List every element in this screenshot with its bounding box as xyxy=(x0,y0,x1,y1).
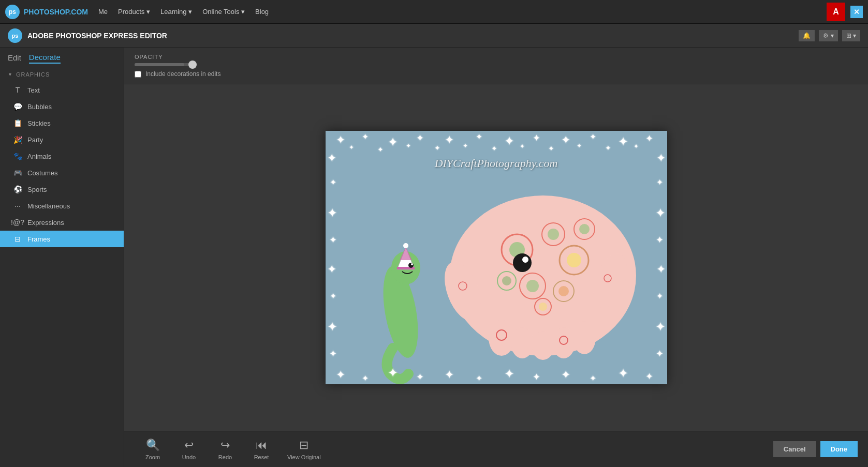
svg-point-11 xyxy=(558,286,569,296)
editor-header: ps ADOBE PHOTOSHOP EXPRESS EDITOR 🔔 ⚙ ▾ … xyxy=(0,24,868,48)
nav-items-list: Me Products ▾ Learning ▾ Online Tools ▾ … xyxy=(98,8,827,16)
notification-button[interactable]: 🔔 xyxy=(799,30,815,41)
svg-point-15 xyxy=(579,224,590,234)
bottom-toolbar: 🔍 Zoom ↩ Undo ↪ Redo ⏮ Reset ⊟ View O xyxy=(124,431,868,467)
sidebar-item-sports[interactable]: ⚽ Sports xyxy=(0,181,124,198)
opacity-slider-container xyxy=(135,63,858,66)
nav-learning[interactable]: Learning ▾ xyxy=(160,8,192,16)
svg-point-18 xyxy=(489,320,514,356)
sidebar-item-animals[interactable]: 🐾 Animals xyxy=(0,148,124,164)
animals-icon: 🐾 xyxy=(13,152,22,161)
sidebar: Edit Decorate ▼ GRAPHICS T Text 💬 Bubble… xyxy=(0,48,124,467)
redo-tool[interactable]: ↪ Redo xyxy=(207,436,243,463)
sidebar-item-bubbles[interactable]: 💬 Bubbles xyxy=(0,98,124,115)
adobe-logo-icon: A xyxy=(827,3,845,21)
reset-tool[interactable]: ⏮ Reset xyxy=(243,436,279,463)
sidebar-item-text[interactable]: T Text xyxy=(0,82,124,98)
settings-button[interactable]: ⚙ ▾ xyxy=(819,30,837,41)
svg-point-7 xyxy=(567,253,581,267)
svg-point-22 xyxy=(573,321,596,354)
view-original-icon: ⊟ xyxy=(299,439,308,452)
editor-title: ADOBE PHOTOSHOP EXPRESS EDITOR xyxy=(27,32,799,40)
svg-point-38 xyxy=(411,263,413,265)
sidebar-item-miscellaneous[interactable]: ··· Miscellaneous xyxy=(0,198,124,214)
misc-icon: ··· xyxy=(13,201,22,210)
section-arrow-icon: ▼ xyxy=(8,72,13,77)
main-area: OPACITY Include decorations in edits xyxy=(124,48,868,467)
include-decorations-row: Include decorations in edits xyxy=(135,70,858,78)
done-button[interactable]: Done xyxy=(820,441,858,457)
controls-bar: OPACITY Include decorations in edits xyxy=(124,48,868,84)
include-decorations-label: Include decorations in edits xyxy=(145,70,220,78)
editor-header-tools: 🔔 ⚙ ▾ ⊞ ▾ xyxy=(799,30,860,41)
opacity-label: OPACITY xyxy=(135,54,858,60)
sidebar-item-costumes[interactable]: 🎮 Costumes xyxy=(0,164,124,181)
opacity-slider-fill xyxy=(135,63,184,66)
redo-icon: ↪ xyxy=(220,439,230,452)
tab-edit[interactable]: Edit xyxy=(8,53,21,63)
graphics-section-label: ▼ GRAPHICS xyxy=(0,69,124,82)
view-button[interactable]: ⊞ ▾ xyxy=(842,30,860,41)
nav-me[interactable]: Me xyxy=(98,8,108,16)
text-icon: T xyxy=(13,85,22,95)
reset-icon: ⏮ xyxy=(256,439,267,452)
nav-online-tools[interactable]: Online Tools ▾ xyxy=(202,8,245,16)
expressions-icon: !@? xyxy=(13,218,22,227)
window-close-button[interactable]: ✕ xyxy=(850,6,863,18)
top-nav-bar: ps PHOTOSHOP.COM Me Products ▾ Learning … xyxy=(0,0,868,24)
svg-point-37 xyxy=(408,263,414,268)
site-name: PHOTOSHOP.COM xyxy=(24,8,88,16)
svg-point-13 xyxy=(502,276,511,285)
svg-point-9 xyxy=(526,280,539,292)
svg-point-19 xyxy=(511,327,534,358)
editor-body: Edit Decorate ▼ GRAPHICS T Text 💬 Bubble… xyxy=(0,48,868,467)
svg-point-17 xyxy=(539,303,547,311)
editor-container: ps ADOBE PHOTOSHOP EXPRESS EDITOR 🔔 ⚙ ▾ … xyxy=(0,24,868,467)
include-decorations-checkbox[interactable] xyxy=(135,71,141,78)
nav-products[interactable]: Products ▾ xyxy=(118,8,150,16)
sidebar-tabs: Edit Decorate xyxy=(0,53,124,69)
ps-logo-icon: ps xyxy=(5,5,20,19)
zoom-tool[interactable]: 🔍 Zoom xyxy=(135,436,171,463)
image-canvas[interactable]: DIYCraftPhotography.com ✦ ✦ ✦ ✦ ✦ ✦ ✦ ✦ … xyxy=(326,131,667,384)
tab-decorate[interactable]: Decorate xyxy=(29,53,61,64)
editor-app-icon: ps xyxy=(8,28,22,43)
zoom-icon: 🔍 xyxy=(146,439,160,452)
costumes-icon: 🎮 xyxy=(13,168,22,177)
svg-point-30 xyxy=(522,257,528,263)
stickies-icon: 📋 xyxy=(13,118,22,128)
svg-point-29 xyxy=(513,253,532,272)
sidebar-item-party[interactable]: 🎉 Party xyxy=(0,131,124,148)
undo-tool[interactable]: ↩ Undo xyxy=(171,436,207,463)
party-icon: 🎉 xyxy=(13,135,22,144)
opacity-slider-thumb[interactable] xyxy=(188,61,197,69)
svg-point-21 xyxy=(552,327,575,358)
canvas-container: DIYCraftPhotography.com ✦ ✦ ✦ ✦ ✦ ✦ ✦ ✦ … xyxy=(124,84,868,431)
frames-icon: ⊟ xyxy=(13,234,22,244)
bubbles-icon: 💬 xyxy=(13,102,22,111)
cancel-button[interactable]: Cancel xyxy=(773,441,816,457)
canvas-watermark: DIYCraftPhotography.com xyxy=(435,157,558,170)
sports-icon: ⚽ xyxy=(13,185,22,194)
sidebar-item-stickies[interactable]: 📋 Stickies xyxy=(0,115,124,131)
svg-point-36 xyxy=(403,243,408,248)
photoshop-logo[interactable]: ps PHOTOSHOP.COM xyxy=(5,5,88,19)
view-original-tool[interactable]: ⊟ View Original xyxy=(279,436,329,463)
nav-blog[interactable]: Blog xyxy=(255,8,269,16)
sidebar-item-frames[interactable]: ⊟ Frames xyxy=(0,231,124,247)
undo-icon: ↩ xyxy=(184,439,194,452)
opacity-slider[interactable] xyxy=(135,63,197,66)
svg-point-5 xyxy=(548,229,559,240)
svg-point-20 xyxy=(532,331,554,360)
sidebar-item-expressions[interactable]: !@? Expressions xyxy=(0,214,124,231)
